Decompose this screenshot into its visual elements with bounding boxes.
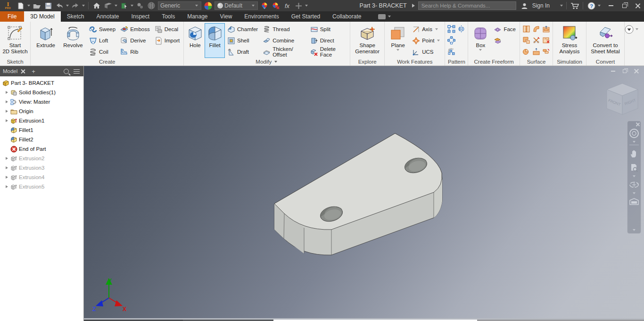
material-browser-icon[interactable] xyxy=(147,1,156,10)
ucs-button[interactable]: UCS xyxy=(411,46,442,58)
open-file-icon[interactable] xyxy=(32,1,41,10)
close-button[interactable] xyxy=(631,1,644,10)
revolve-button[interactable]: Revolve xyxy=(59,23,87,58)
browser-menu-icon[interactable] xyxy=(74,69,80,74)
tab-get-started[interactable]: Get Started xyxy=(285,11,326,22)
expand-arrow-icon[interactable] xyxy=(4,165,9,170)
shell-button[interactable]: Shell xyxy=(226,35,259,46)
expand-arrow-icon[interactable] xyxy=(4,156,9,161)
tab-manage[interactable]: Manage xyxy=(181,11,214,22)
point-button[interactable]: Point xyxy=(411,35,442,46)
expand-arrow-icon[interactable] xyxy=(4,184,9,189)
trim-surface-button[interactable] xyxy=(531,34,541,46)
delete-face-button[interactable]: Delete Face xyxy=(309,46,348,58)
tab-sketch[interactable]: Sketch xyxy=(61,11,91,22)
screen-capture-icon[interactable] xyxy=(103,1,113,10)
stitch-surface-button[interactable] xyxy=(521,23,531,34)
tree-item-origin[interactable]: Origin xyxy=(1,107,83,116)
graphics-viewport[interactable]: Y X Z TOP FRONT RIGHT xyxy=(84,66,644,321)
save-icon[interactable] xyxy=(43,1,53,10)
adjust-appearance-icon[interactable] xyxy=(260,1,269,10)
freeform-convert-button[interactable] xyxy=(492,35,517,46)
extrude-button[interactable]: Extrude xyxy=(32,23,59,58)
navbar-menu-caret-icon[interactable] xyxy=(633,229,636,231)
tab-file[interactable]: File xyxy=(0,11,24,22)
parameters-fx-icon[interactable]: fx xyxy=(282,1,292,10)
extend-surface-button[interactable] xyxy=(541,23,551,34)
appearance-dropdown[interactable]: Default xyxy=(215,1,258,10)
look-at-icon[interactable] xyxy=(628,196,640,207)
tree-item-extrusion2[interactable]: Extrusion2 xyxy=(1,154,83,163)
tab-collaborate[interactable]: Collaborate xyxy=(326,11,367,22)
restore-button[interactable] xyxy=(618,1,631,10)
clear-overrides-icon[interactable] xyxy=(271,1,281,10)
tab-3d-model[interactable]: 3D Model xyxy=(24,11,60,22)
tab-environments[interactable]: Environments xyxy=(238,11,285,22)
fillet-button[interactable]: Fillet xyxy=(205,23,225,58)
freeform-box-button[interactable]: Box xyxy=(470,23,491,58)
material-library-icon[interactable] xyxy=(119,1,129,10)
mirror-button[interactable] xyxy=(456,23,466,34)
direct-button[interactable]: Direct xyxy=(309,35,348,46)
help-icon[interactable]: ? xyxy=(586,1,596,10)
tree-item-extrusion4[interactable]: Extrusion4 xyxy=(1,173,83,182)
tree-item-end-of-part[interactable]: End of Part xyxy=(1,144,83,154)
tree-item-fillet2[interactable]: Fillet2 xyxy=(1,135,83,144)
ribbon-collapse-button[interactable] xyxy=(625,25,639,34)
thicken-offset-button[interactable]: Thicken/ Offset xyxy=(261,46,307,58)
tree-item-fillet1[interactable]: Fillet1 xyxy=(1,125,83,135)
sign-in-button[interactable]: Sign In xyxy=(532,2,550,9)
orbit-icon[interactable] xyxy=(628,179,640,190)
qat-customize-caret-icon[interactable] xyxy=(305,5,308,7)
plane-button[interactable]: Plane xyxy=(386,23,410,58)
zoom-caret-icon[interactable] xyxy=(633,175,636,177)
sketch-driven-pattern-button[interactable] xyxy=(446,46,466,57)
draft-button[interactable]: Draft xyxy=(226,46,259,58)
group-label-modify[interactable]: Modify xyxy=(185,58,348,66)
emboss-button[interactable]: Emboss xyxy=(119,24,151,35)
circular-pattern-button[interactable] xyxy=(446,34,466,46)
thread-button[interactable]: Thread xyxy=(261,24,307,35)
doc-restore-button[interactable] xyxy=(621,68,628,74)
browser-tab-close-icon[interactable] xyxy=(21,69,25,74)
convert-sheet-metal-button[interactable]: Convert toSheet Metal xyxy=(588,23,623,58)
split-button[interactable]: Split xyxy=(309,24,348,35)
freeform-face-button[interactable]: Face xyxy=(492,24,517,35)
expand-arrow-icon[interactable] xyxy=(4,99,9,104)
inventor-logo[interactable]: I PRO xyxy=(3,0,13,11)
decal-button[interactable]: Decal xyxy=(153,24,182,35)
expand-arrow-icon[interactable] xyxy=(4,118,9,123)
delete-face-surface-button[interactable] xyxy=(541,34,551,46)
ribbon-display-button[interactable] xyxy=(372,11,398,22)
tree-item-part-root[interactable]: Part 3- BRACKET xyxy=(1,78,83,88)
browser-search-icon[interactable] xyxy=(64,69,69,74)
tab-inspect[interactable]: Inspect xyxy=(125,11,156,22)
redo-icon[interactable] xyxy=(71,1,80,10)
sweep-button[interactable]: Sweep xyxy=(88,24,117,35)
tree-item-extrusion3[interactable]: Extrusion3 xyxy=(1,163,83,173)
derive-button[interactable]: Derive xyxy=(119,35,151,46)
thicken-surface-button[interactable] xyxy=(531,46,541,57)
measure-plus-icon[interactable] xyxy=(294,1,303,10)
patch-surface-button[interactable] xyxy=(531,23,541,34)
orbit-caret-icon[interactable] xyxy=(633,192,636,194)
rib-button[interactable]: Rib xyxy=(119,46,151,58)
material-dropdown[interactable]: Generic xyxy=(158,1,201,10)
new-file-caret-icon[interactable] xyxy=(27,5,30,7)
expand-arrow-icon[interactable] xyxy=(4,109,9,114)
sign-in-caret-icon[interactable] xyxy=(560,5,563,7)
combine-button[interactable]: Combine xyxy=(261,35,307,46)
user-avatar-icon[interactable] xyxy=(520,1,529,10)
undo-icon[interactable] xyxy=(55,1,64,10)
import-button[interactable]: Import xyxy=(153,35,182,46)
search-input[interactable] xyxy=(418,1,516,10)
pan-hand-icon[interactable] xyxy=(628,148,640,159)
doc-minimize-button[interactable] xyxy=(609,68,617,74)
capture-caret-icon[interactable] xyxy=(115,5,117,7)
tab-annotate[interactable]: Annotate xyxy=(90,11,125,22)
ruled-surface-button[interactable] xyxy=(541,46,551,57)
rectangular-pattern-button[interactable] xyxy=(446,23,456,34)
axis-button[interactable]: Axis xyxy=(411,24,442,35)
navbar-caret-icon[interactable] xyxy=(633,141,636,143)
doc-close-button[interactable] xyxy=(633,68,640,74)
